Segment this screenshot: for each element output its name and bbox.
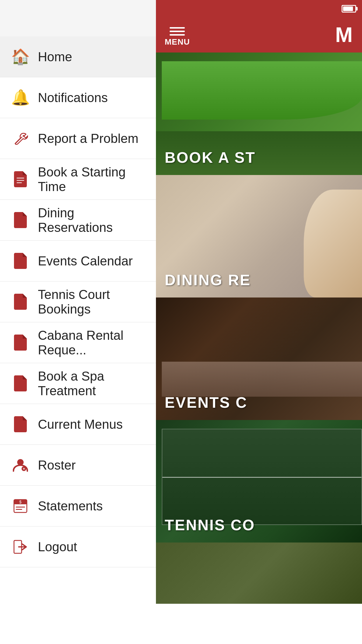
card-label-tennis: TENNIS CO (165, 516, 255, 534)
sidebar-item-cabana-rental[interactable]: Cabana Rental Reque... (0, 322, 156, 363)
menu-lines-icon (170, 27, 185, 36)
document-cabana-icon (12, 334, 29, 351)
sidebar-item-label: Events Calendar (38, 254, 133, 268)
sidebar-item-label: Book a Spa Treatment (38, 369, 144, 398)
menu-label: MENU (165, 37, 190, 47)
logout-icon (12, 538, 29, 556)
events-table-decoration (162, 362, 362, 397)
sidebar-item-tennis-court-bookings[interactable]: Tennis Court Bookings (0, 281, 156, 322)
sidebar-item-book-starting-time[interactable]: Book a Starting Time (0, 159, 156, 200)
status-bar (156, 0, 362, 18)
sidebar-item-label: Logout (38, 540, 77, 554)
sidebar: 🏠 Home 🔔 Notifications Report a Problem (0, 0, 156, 644)
sidebar-item-dining-reservations[interactable]: Dining Reservations (0, 200, 156, 241)
sidebar-item-label: Dining Reservations (38, 206, 144, 235)
sidebar-item-label: Notifications (38, 90, 108, 105)
sidebar-item-label: Book a Starting Time (38, 165, 144, 194)
sidebar-item-roster[interactable]: + Roster (0, 445, 156, 486)
sidebar-item-label: Report a Problem (38, 131, 138, 146)
document-events-icon (12, 252, 29, 270)
svg-rect-1 (17, 178, 24, 178)
svg-rect-9 (16, 507, 25, 508)
statements-icon: $ (12, 497, 29, 515)
svg-text:+: + (23, 466, 25, 471)
content-card-events[interactable]: EVENTS C (156, 298, 362, 420)
sidebar-item-book-spa[interactable]: Book a Spa Treatment (0, 363, 156, 404)
content-card-dining[interactable]: DINING RE (156, 175, 362, 298)
menu-button[interactable]: MENU (165, 27, 190, 47)
header-title: M (335, 23, 353, 47)
content-area: BOOK A ST DINING RE EVENTS C TENNIS CO (156, 52, 362, 644)
card-label-dining: DINING RE (165, 271, 251, 289)
card-label-golf: BOOK A ST (165, 149, 256, 166)
sidebar-item-label: Tennis Court Bookings (38, 287, 144, 316)
home-icon: 🏠 (12, 48, 29, 66)
sidebar-item-statements[interactable]: $ Statements (0, 486, 156, 526)
content-card-golf[interactable]: BOOK A ST (156, 52, 362, 175)
svg-rect-3 (17, 182, 22, 183)
dining-hands-decoration (304, 190, 362, 298)
tennis-court-decoration (162, 429, 362, 525)
sidebar-item-notifications[interactable]: 🔔 Notifications (0, 77, 156, 118)
sidebar-item-label: Current Menus (38, 417, 123, 432)
battery-icon (342, 5, 356, 13)
sidebar-item-logout[interactable]: Logout (0, 526, 156, 567)
document-dining-icon (12, 211, 29, 229)
sidebar-item-home[interactable]: 🏠 Home (0, 36, 156, 77)
document-icon (12, 171, 29, 188)
sidebar-item-label: Statements (38, 499, 103, 513)
svg-rect-2 (17, 180, 24, 181)
card-label-events: EVENTS C (165, 394, 247, 411)
document-menus-icon (12, 416, 29, 433)
person-icon: + (12, 456, 29, 474)
sidebar-item-label: Home (38, 50, 72, 64)
wrench-icon (12, 130, 29, 147)
sidebar-item-label: Roster (38, 458, 76, 473)
sidebar-item-report-problem[interactable]: Report a Problem (0, 118, 156, 159)
svg-point-0 (23, 135, 24, 137)
sidebar-item-events-calendar[interactable]: Events Calendar (0, 241, 156, 281)
content-card-extra[interactable] (156, 542, 362, 604)
bell-icon: 🔔 (12, 89, 29, 106)
sidebar-spacer (0, 0, 156, 36)
document-spa-icon (12, 375, 29, 392)
battery-fill (343, 6, 353, 11)
document-tennis-icon (12, 293, 29, 311)
sidebar-item-current-menus[interactable]: Current Menus (0, 404, 156, 445)
svg-rect-10 (16, 509, 22, 510)
svg-text:$: $ (19, 500, 22, 504)
sidebar-item-label: Cabana Rental Reque... (38, 328, 144, 357)
content-card-tennis[interactable]: TENNIS CO (156, 420, 362, 542)
